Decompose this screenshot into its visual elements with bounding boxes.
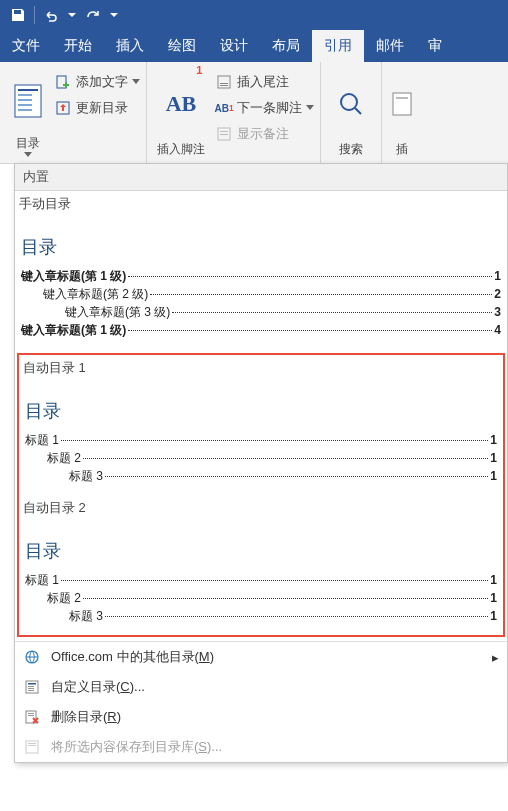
tab-mailings[interactable]: 邮件 (364, 30, 416, 62)
undo-icon[interactable] (37, 1, 65, 29)
svg-rect-12 (220, 131, 228, 132)
toc-icon (13, 66, 43, 135)
tab-file[interactable]: 文件 (0, 30, 52, 62)
group-footnotes: AB 1 插入脚注 插入尾注 AB1 下一条脚注 显示备注 (147, 62, 321, 163)
tab-design[interactable]: 设计 (208, 30, 260, 62)
preview-heading: 目录 (21, 235, 501, 259)
preview-heading: 目录 (25, 399, 497, 423)
tab-home[interactable]: 开始 (52, 30, 104, 62)
group-insert-trunc: 插 (382, 62, 422, 163)
search-icon (336, 66, 366, 141)
custom-toc-label: 自定义目录(C)... (51, 678, 145, 696)
chevron-down-icon (24, 152, 32, 158)
toc-line: 标题 31 (25, 467, 497, 485)
group-toc: 目录 添加文字 更新目录 (0, 62, 147, 163)
toc-button[interactable]: 目录 (6, 66, 50, 158)
svg-rect-24 (28, 713, 34, 714)
chevron-down-icon (132, 79, 140, 85)
redo-icon[interactable] (79, 1, 107, 29)
undo-dropdown-icon[interactable] (65, 1, 79, 29)
remove-toc-button[interactable]: 删除目录(R) (15, 702, 507, 732)
show-notes-button: 显示备注 (215, 122, 314, 146)
svg-rect-16 (396, 97, 408, 99)
chevron-right-icon: ▸ (492, 650, 499, 665)
toc-line: 标题 21 (25, 589, 497, 607)
toc-line: 标题 21 (25, 449, 497, 467)
svg-rect-10 (220, 85, 228, 86)
svg-point-14 (341, 94, 357, 110)
toc-label: 目录 (16, 135, 40, 152)
toc-line: 键入章标题(第 1 级)4 (21, 321, 501, 339)
toc-line: 标题 11 (25, 571, 497, 589)
save-selection-button: 将所选内容保存到目录库(S)... (15, 732, 507, 762)
auto2-preview[interactable]: 目录 标题 11 标题 21 标题 31 (19, 519, 503, 635)
highlighted-region: 自动目录 1 目录 标题 11 标题 21 标题 31 自动目录 2 目录 标题… (17, 353, 505, 637)
builtin-header: 内置 (15, 164, 507, 191)
show-notes-label: 显示备注 (237, 125, 289, 143)
svg-rect-1 (18, 89, 38, 91)
add-text-label: 添加文字 (76, 73, 128, 91)
more-office-label: Office.com 中的其他目录(M) (51, 648, 214, 666)
insert-footnote-label: 插入脚注 (157, 141, 205, 158)
search-label: 搜索 (339, 141, 363, 158)
next-footnote-icon: AB1 (215, 103, 233, 114)
tab-insert[interactable]: 插入 (104, 30, 156, 62)
update-toc-button[interactable]: 更新目录 (54, 96, 140, 120)
insert-trunc-label: 插 (396, 141, 408, 158)
title-bar (0, 0, 508, 30)
toc-line: 标题 11 (25, 431, 497, 449)
preview-heading: 目录 (25, 539, 497, 563)
svg-rect-3 (18, 99, 32, 101)
svg-rect-20 (28, 686, 34, 687)
svg-rect-8 (218, 76, 230, 88)
remove-toc-icon (23, 709, 41, 725)
insert-endnote-button[interactable]: 插入尾注 (215, 70, 314, 94)
dropdown-footer: Office.com 中的其他目录(M) ▸ 自定义目录(C)... 删除目录(… (15, 641, 507, 762)
svg-rect-5 (18, 109, 32, 111)
toc-line: 键入章标题(第 2 级)2 (21, 285, 501, 303)
ribbon: 目录 添加文字 更新目录 AB 1 插 (0, 62, 508, 164)
add-text-button[interactable]: 添加文字 (54, 70, 140, 94)
more-from-office-button[interactable]: Office.com 中的其他目录(M) ▸ (15, 642, 507, 672)
auto1-title: 自动目录 1 (19, 355, 503, 379)
manual-toc-preview[interactable]: 目录 键入章标题(第 1 级)1 键入章标题(第 2 级)2 键入章标题(第 3… (15, 215, 507, 349)
show-notes-icon (215, 126, 233, 142)
search-button[interactable]: 搜索 (327, 66, 375, 158)
footnote-icon: AB 1 (166, 66, 197, 141)
insert-footnote-button[interactable]: AB 1 插入脚注 (153, 66, 209, 158)
qat-customize-icon[interactable] (107, 1, 121, 29)
remove-toc-label: 删除目录(R) (51, 708, 121, 726)
tab-references[interactable]: 引用 (312, 30, 364, 62)
custom-toc-icon (23, 679, 41, 695)
next-footnote-label: 下一条脚注 (237, 99, 302, 117)
svg-rect-4 (18, 104, 32, 106)
insert-endnote-label: 插入尾注 (237, 73, 289, 91)
save-selection-label: 将所选内容保存到目录库(S)... (51, 738, 222, 756)
update-toc-label: 更新目录 (76, 99, 128, 117)
svg-rect-9 (220, 83, 228, 84)
next-footnote-button[interactable]: AB1 下一条脚注 (215, 96, 314, 120)
custom-toc-button[interactable]: 自定义目录(C)... (15, 672, 507, 702)
svg-rect-15 (393, 93, 411, 115)
add-text-icon (54, 74, 72, 90)
svg-rect-6 (57, 76, 66, 88)
tab-draw[interactable]: 绘图 (156, 30, 208, 62)
auto2-title: 自动目录 2 (19, 495, 503, 519)
ribbon-tabs: 文件 开始 插入 绘图 设计 布局 引用 邮件 审 (0, 30, 508, 62)
save-selection-icon (23, 739, 41, 755)
svg-rect-25 (28, 715, 34, 716)
svg-rect-2 (18, 94, 32, 96)
insert-trunc-button[interactable]: 插 (388, 66, 416, 158)
endnote-icon (215, 74, 233, 90)
manual-toc-title: 手动目录 (15, 191, 507, 215)
auto1-preview[interactable]: 目录 标题 11 标题 21 标题 31 (19, 379, 503, 495)
svg-rect-19 (28, 683, 36, 685)
svg-rect-28 (28, 745, 36, 746)
citation-icon (391, 66, 413, 141)
globe-icon (23, 649, 41, 665)
save-icon[interactable] (4, 1, 32, 29)
toc-dropdown: 内置 手动目录 目录 键入章标题(第 1 级)1 键入章标题(第 2 级)2 键… (14, 163, 508, 763)
tab-review[interactable]: 审 (416, 30, 454, 62)
tab-layout[interactable]: 布局 (260, 30, 312, 62)
svg-rect-13 (220, 134, 228, 135)
